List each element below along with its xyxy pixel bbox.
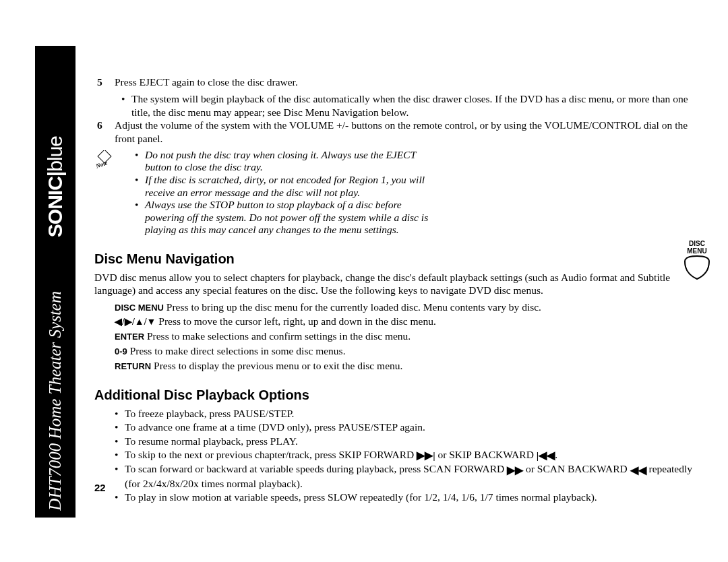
heading-additional-options: Additional Disc Playback Options [94,387,701,403]
key-enter-label: ENTER [115,332,144,342]
page-number: 22 [94,482,106,493]
key-enter-desc: Press to make selections and confirm set… [144,330,411,342]
step-6-num: 6 [94,119,115,145]
key-arrows-desc: Press to move the cursor left, right, up… [156,315,435,327]
step-6-text: Adjust the volume of the system with the… [115,119,701,145]
opt-5a: To scan forward or backward at variable … [125,463,507,474]
note-2: If the disc is scratched, dirty, or not … [135,174,431,199]
page-content: 5 Press EJECT again to close the disc dr… [94,75,701,504]
disc-menu-intro: DVD disc menus allow you to select chapt… [94,271,701,297]
key-discmenu-desc: Press to bring up the disc menu for the … [164,301,541,313]
key-digits-desc: Press to make direct selections in some … [127,345,346,356]
opt-4b: or SKIP BACKWARD [435,449,537,460]
key-discmenu-label: DISC MENU [115,303,164,313]
step-5-text: Press EJECT again to close the disc draw… [115,75,701,88]
note-1: Do not push the disc tray when closing i… [135,149,431,174]
scan-backward-icon: ◀◀ [630,464,646,477]
opt-4c: . [555,449,557,460]
key-arrows-label: ◀/▶/▲/▼ [115,317,156,327]
skip-forward-icon: ▶▶| [417,449,435,462]
key-discmenu: DISC MENU Press to bring up the disc men… [115,300,701,315]
disc-menu-icon-label: DISC MENU [679,240,715,255]
opt-4: To skip to the next or previous chapter/… [115,448,701,463]
key-list: DISC MENU Press to bring up the disc men… [94,300,701,373]
step-5-num: 5 [94,75,115,88]
note-block: Note Do not push the disc tray when clos… [94,149,701,237]
disc-menu-button-illustration: DISC MENU [679,240,715,283]
key-arrows: ◀/▶/▲/▼ Press to move the cursor left, r… [115,314,701,329]
note-list: Do not push the disc tray when closing i… [115,149,701,237]
scan-forward-icon: ▶▶ [507,464,523,477]
key-return: RETURN Press to display the previous men… [115,358,701,373]
step-5-sub: The system will begin playback of the di… [94,92,701,119]
step-5: 5 Press EJECT again to close the disc dr… [94,75,701,88]
key-return-label: RETURN [115,361,151,371]
note-3: Always use the STOP button to stop playb… [135,199,431,237]
brand-blue: blue [44,136,66,172]
opt-1: To freeze playback, press PAUSE/STEP. [115,407,701,420]
sidebar: SONIC|blue DHT7000 Home Theater System [35,46,75,518]
disc-menu-icon [682,255,712,280]
key-digits-label: 0-9 [115,346,127,356]
opt-5: To scan forward or backward at variable … [115,462,701,491]
step-6: 6 Adjust the volume of the system with t… [94,119,701,145]
opt-3: To resume normal playback, press PLAY. [115,435,701,448]
note-icon: Note [94,149,115,237]
heading-disc-menu-navigation: Disc Menu Navigation [94,251,701,267]
opt-5b: or SCAN BACKWARD [523,463,630,474]
key-enter: ENTER Press to make selections and confi… [115,329,701,344]
brand-divider: | [44,172,66,177]
options-list: To freeze playback, press PAUSE/STEP. To… [94,407,701,504]
brand-sonic: SONIC [44,177,66,237]
key-return-desc: Press to display the previous menu or to… [151,360,402,371]
brand-logo: SONIC|blue [44,129,67,244]
skip-backward-icon: |◀◀ [537,449,555,462]
key-digits: 0-9 Press to make direct selections in s… [115,344,701,358]
opt-6: To play in slow motion at variable speed… [115,491,701,504]
opt-4a: To skip to the next or previous chapter/… [125,449,417,460]
opt-2: To advance one frame at a time (DVD only… [115,420,701,434]
model-name: DHT7000 Home Theater System [46,284,65,518]
